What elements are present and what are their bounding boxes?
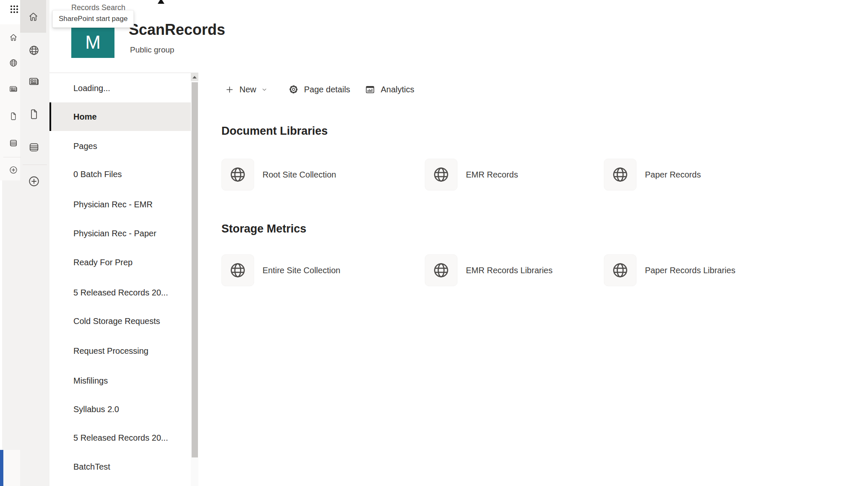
link-emr-records-libraries[interactable]: EMR Records Libraries xyxy=(425,254,553,286)
quick-launch-nav: Loading... Home Pages 0 Batch Files Phys… xyxy=(49,73,198,486)
document-icon xyxy=(28,108,40,120)
link-emr-records[interactable]: EMR Records xyxy=(425,159,518,191)
analytics-chart-icon xyxy=(365,84,375,95)
news-icon xyxy=(9,84,18,94)
page-details-button[interactable]: Page details xyxy=(288,83,350,96)
app-launcher-waffle-icon[interactable] xyxy=(10,5,18,13)
sharepoint-site-page: Records Search SharePoint start page M S… xyxy=(0,0,868,486)
app-rail-small-lower xyxy=(0,180,20,450)
link-tile xyxy=(604,254,637,286)
link-label: EMR Records xyxy=(466,170,518,180)
nav-item-pages[interactable]: Pages xyxy=(49,132,198,160)
globe-icon xyxy=(611,261,629,280)
feedback-edge-strip[interactable] xyxy=(0,450,3,486)
link-paper-records-libraries[interactable]: Paper Records Libraries xyxy=(604,254,735,286)
appbar-small-divider xyxy=(3,157,21,157)
gear-icon xyxy=(288,84,299,94)
list-icon xyxy=(9,138,18,148)
appbar-globe-button[interactable] xyxy=(28,44,40,56)
analytics-label: Analytics xyxy=(381,85,414,94)
link-label: EMR Records Libraries xyxy=(466,266,553,275)
link-label: Entire Site Collection xyxy=(262,266,340,275)
nav-item-batchtest[interactable]: BatchTest xyxy=(49,452,198,481)
appbar-small-news-button[interactable] xyxy=(9,84,18,94)
appbar-add-button[interactable] xyxy=(28,175,40,188)
link-paper-records[interactable]: Paper Records xyxy=(604,159,701,191)
nav-item-home[interactable]: Home xyxy=(49,102,198,131)
globe-icon xyxy=(432,261,450,280)
link-root-site-collection[interactable]: Root Site Collection xyxy=(221,159,336,191)
appbar-small-document-button[interactable] xyxy=(9,112,18,121)
nav-item-cold-storage-requests[interactable]: Cold Storage Requests xyxy=(49,307,198,335)
add-icon xyxy=(28,175,40,188)
nav-item-5-released-records-2[interactable]: 5 Released Records 20... xyxy=(49,423,198,452)
chevron-down-icon xyxy=(262,87,267,92)
link-tile xyxy=(604,159,637,191)
appbar-small-globe-button[interactable] xyxy=(9,58,18,68)
new-button-label: New xyxy=(239,85,256,94)
appbar-news-button[interactable] xyxy=(28,76,40,87)
scrollbar-up-button[interactable] xyxy=(191,73,198,81)
link-entire-site-collection[interactable]: Entire Site Collection xyxy=(221,254,340,286)
home-icon xyxy=(28,11,39,22)
link-tile xyxy=(425,254,457,286)
cursor-artifact xyxy=(158,0,164,4)
nav-item-physician-rec-paper[interactable]: Physician Rec - Paper xyxy=(49,219,198,248)
appbar-list-button[interactable] xyxy=(28,141,40,153)
globe-icon xyxy=(229,261,247,280)
nav-item-loading[interactable]: Loading... xyxy=(49,74,198,102)
link-tile xyxy=(221,254,254,286)
appbar-small-add-button[interactable] xyxy=(9,165,18,175)
site-privacy-label: Public group xyxy=(130,45,174,55)
appbar-divider xyxy=(23,165,47,165)
triangle-up-icon xyxy=(192,76,197,78)
nav-item-syllabus-2-0[interactable]: Syllabus 2.0 xyxy=(49,395,198,423)
nav-item-request-processing[interactable]: Request Processing xyxy=(49,337,198,365)
add-icon xyxy=(9,165,18,175)
appbar-document-button[interactable] xyxy=(28,108,40,120)
nav-scrollbar[interactable] xyxy=(191,73,198,486)
site-title: ScanRecords xyxy=(129,21,225,39)
globe-icon xyxy=(28,44,40,56)
site-logo-avatar[interactable]: M xyxy=(71,27,114,58)
nav-item-misfilings[interactable]: Misfilings xyxy=(49,366,198,395)
news-icon xyxy=(28,76,40,87)
appbar-home-button-active[interactable] xyxy=(20,0,46,33)
left-edge-sliver xyxy=(0,180,2,450)
globe-icon xyxy=(611,165,629,184)
document-icon xyxy=(9,112,18,121)
tooltip-text: SharePoint start page xyxy=(59,15,127,23)
tooltip-sharepoint-start-page: SharePoint start page xyxy=(52,10,134,28)
link-label: Paper Records Libraries xyxy=(645,266,735,275)
new-button[interactable]: New xyxy=(225,83,267,96)
globe-icon xyxy=(432,165,450,184)
link-label: Paper Records xyxy=(645,170,701,180)
app-rail-large xyxy=(20,0,49,486)
site-logo-letter: M xyxy=(85,32,101,53)
appbar-small-list-button[interactable] xyxy=(9,138,18,148)
nav-item-0-batch-files[interactable]: 0 Batch Files xyxy=(49,160,198,188)
scrollbar-thumb[interactable] xyxy=(192,82,198,457)
home-icon xyxy=(9,33,18,42)
plus-icon xyxy=(225,85,234,94)
section-heading-storage-metrics: Storage Metrics xyxy=(221,222,307,235)
analytics-button[interactable]: Analytics xyxy=(365,83,414,96)
appbar-small-home-button[interactable] xyxy=(9,33,18,42)
globe-icon xyxy=(9,58,18,68)
section-heading-document-libraries: Document Libraries xyxy=(221,125,328,138)
link-tile xyxy=(425,159,457,191)
list-icon xyxy=(28,141,40,153)
link-label: Root Site Collection xyxy=(262,170,336,180)
globe-icon xyxy=(229,165,247,184)
link-tile xyxy=(221,159,254,191)
page-details-label: Page details xyxy=(304,85,350,94)
nav-item-ready-for-prep[interactable]: Ready For Prep xyxy=(49,248,198,277)
nav-item-physician-rec-emr[interactable]: Physician Rec - EMR xyxy=(49,190,198,219)
nav-item-5-released-records-1[interactable]: 5 Released Records 20... xyxy=(49,278,198,307)
